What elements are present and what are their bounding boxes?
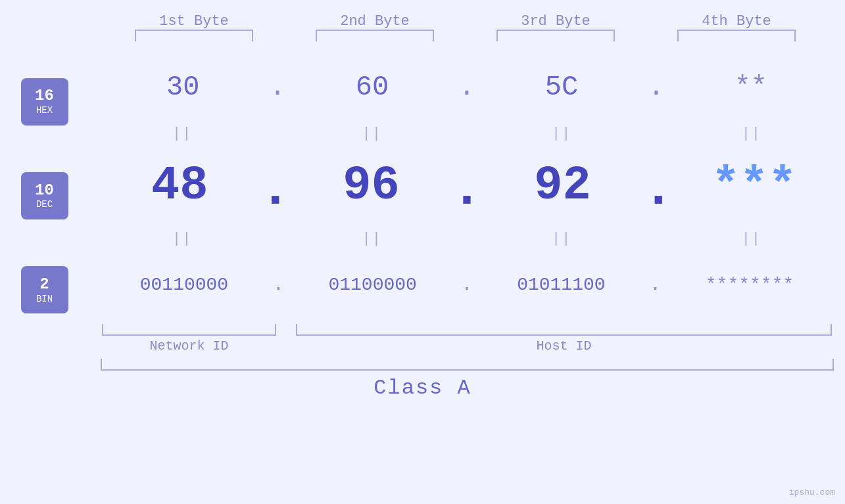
bin-label: BIN xyxy=(36,294,53,304)
dec-val-1: 48 xyxy=(151,159,208,213)
dot-dec-1: . xyxy=(260,160,291,219)
hex-label: HEX xyxy=(36,105,53,116)
watermark: ipshu.com xyxy=(789,488,835,497)
sep-row-2: || || || || xyxy=(89,229,845,248)
hex-val-2: 60 xyxy=(356,72,389,103)
sep-1-2: || xyxy=(297,126,448,142)
header-byte2: 2nd Byte xyxy=(299,13,450,41)
dot-hex-3: . xyxy=(648,72,664,103)
bin-row: 00110000 . 01100000 . 01011100 . *******… xyxy=(89,248,845,321)
sep-2-2: || xyxy=(297,231,448,247)
dot-dec-2: . xyxy=(451,160,483,219)
header-byte3: 3rd Byte xyxy=(480,13,631,41)
hex-val-1: 30 xyxy=(166,72,199,103)
class-label-row: Class A xyxy=(374,376,471,400)
dot-hex-2: . xyxy=(458,72,475,103)
dec-cell-4: *** xyxy=(679,159,830,213)
sep-1-1: || xyxy=(107,126,258,142)
hex-number: 16 xyxy=(35,87,54,104)
dec-val-2: 96 xyxy=(343,159,399,213)
dec-cell-3: 92 xyxy=(487,159,639,213)
dec-row: 48 . 96 . 92 . *** xyxy=(89,143,845,229)
hex-badge: 16 HEX xyxy=(21,78,68,126)
bracket-network xyxy=(102,324,276,336)
header-byte1: 1st Byte xyxy=(118,13,270,41)
dec-cell-1: 48 xyxy=(104,159,255,213)
id-labels-row: Network ID Host ID xyxy=(102,338,832,354)
dec-val-3: 92 xyxy=(534,159,591,213)
bracket-top-3 xyxy=(496,30,615,41)
dec-val-4: *** xyxy=(712,159,797,213)
hex-row: 30 . 60 . 5C . ** xyxy=(89,51,845,124)
bin-cell-4: ******** xyxy=(674,275,825,295)
bottom-brackets xyxy=(102,324,832,336)
bin-number: 2 xyxy=(39,276,49,293)
header-byte4: 4th Byte xyxy=(661,13,812,41)
bin-val-4: ******** xyxy=(706,275,794,295)
bracket-class xyxy=(101,359,834,371)
class-a-label: Class A xyxy=(374,376,471,400)
dec-badge: 10 DEC xyxy=(21,172,68,219)
bracket-top-1 xyxy=(135,30,253,41)
bracket-host xyxy=(296,324,832,336)
dec-label: DEC xyxy=(36,199,53,210)
sep-1-3: || xyxy=(486,126,637,142)
dec-number: 10 xyxy=(35,182,54,199)
sep-2-1: || xyxy=(107,231,258,247)
bin-val-2: 01100000 xyxy=(328,275,416,295)
hex-cell-3: 5C xyxy=(486,72,637,103)
bin-cell-2: 01100000 xyxy=(297,275,448,295)
sep-1-4: || xyxy=(676,126,827,142)
headers-row: 1st Byte 2nd Byte 3rd Byte 4th Byte xyxy=(104,13,827,41)
bin-val-3: 01011100 xyxy=(517,275,605,295)
bin-val-1: 00110000 xyxy=(140,275,228,295)
dec-cell-2: 96 xyxy=(295,159,447,213)
sep-2-4: || xyxy=(676,231,827,247)
hex-cell-1: 30 xyxy=(107,72,258,103)
data-section: 30 . 60 . 5C . ** || || xyxy=(89,51,845,354)
dot-bin-1: . xyxy=(273,275,284,295)
hex-cell-2: 60 xyxy=(297,72,448,103)
bracket-top-2 xyxy=(316,30,434,41)
bracket-top-4 xyxy=(677,30,796,41)
network-id-label: Network ID xyxy=(102,338,276,354)
host-id-label: Host ID xyxy=(296,338,832,354)
sep-2-3: || xyxy=(486,231,637,247)
hex-val-4: ** xyxy=(735,72,767,103)
hex-cell-4: ** xyxy=(675,72,827,103)
base-labels: 16 HEX 10 DEC 2 BIN xyxy=(0,51,89,354)
dot-bin-3: . xyxy=(650,275,661,295)
sep-row-1: || || || || xyxy=(89,124,845,143)
main-area: 16 HEX 10 DEC 2 BIN 30 . 60 xyxy=(0,51,845,354)
dot-hex-1: . xyxy=(269,72,285,103)
bin-cell-1: 00110000 xyxy=(109,275,260,295)
bin-cell-3: 01011100 xyxy=(485,275,637,295)
hex-val-3: 5C xyxy=(545,72,578,103)
dot-bin-2: . xyxy=(462,275,473,295)
bin-badge: 2 BIN xyxy=(21,266,68,313)
dot-dec-3: . xyxy=(642,160,674,219)
main-container: 1st Byte 2nd Byte 3rd Byte 4th Byte 16 H… xyxy=(0,0,845,504)
